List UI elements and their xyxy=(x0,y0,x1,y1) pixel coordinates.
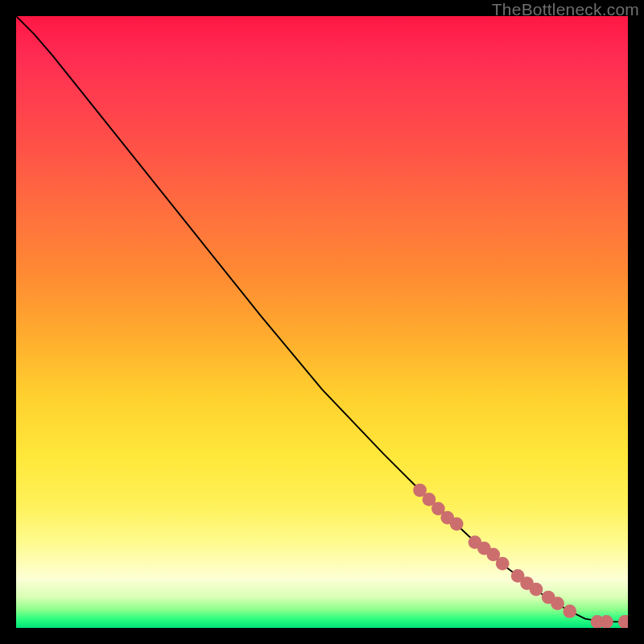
marker-dot xyxy=(600,615,613,628)
marker-dot xyxy=(563,605,576,618)
marker-dot xyxy=(551,597,564,610)
plot-area xyxy=(16,16,628,628)
chart-svg xyxy=(16,16,628,628)
source-label: TheBottleneck.com xyxy=(492,0,639,19)
bottleneck-curve xyxy=(16,16,628,621)
marker-dot xyxy=(496,557,510,571)
marker-group xyxy=(413,484,628,628)
marker-dot xyxy=(450,517,464,530)
marker-dot xyxy=(530,583,543,597)
chart-stage: TheBottleneck.com xyxy=(0,0,644,644)
